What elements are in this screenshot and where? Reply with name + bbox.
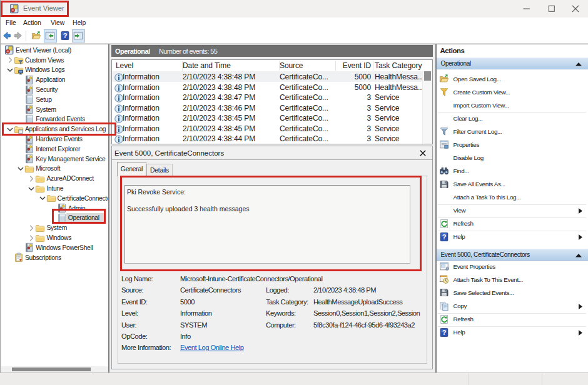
tree-item-label: Internet Explorer bbox=[34, 146, 80, 152]
chevron-down-icon[interactable] bbox=[5, 124, 14, 134]
tree-item-setup[interactable]: Setup bbox=[34, 94, 108, 104]
column-separator[interactable] bbox=[182, 61, 183, 71]
column-header-task-category[interactable]: Task Category bbox=[375, 61, 422, 70]
tab-details[interactable]: Details bbox=[146, 164, 173, 176]
maximize-button[interactable] bbox=[539, 0, 564, 18]
chevron-down-icon[interactable] bbox=[38, 193, 46, 203]
tree-horizontal-scrollbar[interactable] bbox=[1, 366, 108, 372]
action-copy[interactable]: Copy bbox=[437, 300, 588, 313]
minimize-button[interactable] bbox=[514, 0, 539, 18]
tree-item-security[interactable]: Security bbox=[34, 85, 108, 95]
action-filter-current-log[interactable]: Filter Current Log... bbox=[437, 125, 588, 138]
help-icon[interactable]: ? bbox=[60, 31, 71, 41]
column-separator[interactable] bbox=[279, 61, 280, 71]
event-row[interactable]: Information2/10/2023 4:38:44 PMCertifica… bbox=[112, 134, 423, 144]
tree-item-intune[interactable]: Intune bbox=[44, 184, 108, 194]
open-saved-log-icon[interactable] bbox=[31, 31, 42, 41]
column-header-level[interactable]: Level bbox=[116, 61, 133, 70]
chevron-right-icon[interactable] bbox=[26, 233, 35, 243]
list-scrollbar-thumb[interactable] bbox=[424, 71, 431, 81]
action-refresh[interactable]: Refresh bbox=[437, 313, 588, 326]
chevron-down-icon[interactable] bbox=[5, 65, 14, 75]
tree-item-subscriptions[interactable]: Subscriptions bbox=[23, 252, 108, 262]
tree-item-operational[interactable]: Operational bbox=[66, 213, 108, 223]
tree-scrollbar-thumb[interactable] bbox=[12, 368, 91, 372]
action-help[interactable]: ?Help bbox=[437, 231, 588, 244]
action-save-all-events-as[interactable]: Save All Events As... bbox=[437, 178, 588, 191]
information-icon bbox=[114, 72, 122, 81]
tree-item-internet-explorer[interactable]: Internet Explorer bbox=[34, 144, 108, 154]
tree-item-system[interactable]: System bbox=[34, 104, 108, 114]
chevron-down-icon[interactable] bbox=[16, 164, 24, 174]
action-clear-log[interactable]: Clear Log... bbox=[437, 112, 588, 125]
event-description-box[interactable]: Pki Revoke Service: Successfully uploade… bbox=[124, 185, 410, 264]
action-open-saved-log[interactable]: Open Saved Log... bbox=[437, 72, 588, 86]
action-create-custom-view[interactable]: Create Custom View... bbox=[437, 86, 588, 99]
folder-icon bbox=[35, 174, 44, 184]
tree-item-windows[interactable]: Windows bbox=[44, 233, 108, 243]
event-row[interactable]: Information2/10/2023 4:38:46 PMCertifica… bbox=[112, 102, 423, 113]
tree-item-windows-powershell[interactable]: Windows PowerShell bbox=[34, 242, 108, 252]
cell-source: CertificateCo... bbox=[280, 134, 328, 143]
tree-item-certificateconnectors[interactable]: CertificateConnectors bbox=[56, 193, 108, 203]
action-import-custom-view[interactable]: Import Custom View... bbox=[437, 99, 588, 112]
action-help[interactable]: ?Help bbox=[437, 326, 588, 339]
tree-item-application[interactable]: Application bbox=[34, 75, 108, 85]
tree-item-windows-logs[interactable]: Windows Logs bbox=[23, 65, 108, 75]
column-separator[interactable] bbox=[373, 61, 373, 71]
tree-item-forwarded-events[interactable]: Forwarded Events bbox=[34, 114, 108, 124]
tree-item-event-viewer-local-[interactable]: Event Viewer (Local) bbox=[14, 45, 108, 55]
action-refresh[interactable]: Refresh bbox=[437, 218, 588, 231]
event-row[interactable]: Information2/10/2023 4:38:45 PMCertifica… bbox=[112, 113, 423, 124]
close-button[interactable] bbox=[563, 0, 588, 18]
action-event-properties[interactable]: Event Properties bbox=[437, 260, 588, 273]
toggle-action-pane-icon[interactable] bbox=[72, 29, 85, 42]
field-value-computer-: 5f8c30fa-f124-46cf-95d6-4f93243a2 bbox=[313, 321, 415, 329]
toggle-console-tree-icon[interactable] bbox=[44, 29, 57, 42]
tree-item-microsoft[interactable]: Microsoft bbox=[34, 164, 108, 174]
tree-item-system[interactable]: System bbox=[44, 223, 108, 233]
toolbar: ? bbox=[1, 29, 588, 44]
menu-action[interactable]: Action bbox=[23, 19, 41, 26]
column-header-source[interactable]: Source bbox=[280, 61, 303, 70]
menu-view[interactable]: View bbox=[51, 19, 64, 26]
chevron-right-icon[interactable] bbox=[26, 174, 35, 184]
column-header-date-and-time[interactable]: Date and Time bbox=[183, 61, 231, 70]
back-icon[interactable] bbox=[2, 31, 13, 41]
tree-item-azureadconnect[interactable]: AzureADConnect bbox=[44, 174, 108, 184]
chevron-down-icon[interactable] bbox=[26, 184, 35, 194]
collapse-section-icon[interactable] bbox=[575, 62, 582, 66]
list-vertical-scrollbar[interactable] bbox=[422, 71, 432, 144]
action-save-selected-events[interactable]: Save Selected Events... bbox=[437, 286, 588, 299]
tree-item-key-management-service[interactable]: Key Management Service bbox=[34, 154, 108, 164]
event-row[interactable]: Information2/10/2023 4:38:47 PMCertifica… bbox=[112, 92, 423, 103]
actions-section-header[interactable]: Event 5000, CertificateConnectors bbox=[437, 249, 588, 261]
detail-close-icon[interactable] bbox=[418, 148, 428, 158]
tree-item-custom-views[interactable]: Custom Views bbox=[23, 55, 108, 65]
actions-section-header[interactable]: Operational bbox=[437, 58, 588, 69]
action-find[interactable]: Find... bbox=[437, 165, 588, 178]
chevron-right-icon[interactable] bbox=[5, 55, 14, 65]
tree-item-admin[interactable]: Admin bbox=[66, 203, 108, 213]
tree-item-applications-and-services-log[interactable]: Applications and Services Log bbox=[23, 124, 108, 134]
event-row[interactable]: Information2/10/2023 4:38:48 PMCertifica… bbox=[112, 82, 423, 92]
action-properties[interactable]: Properties bbox=[437, 138, 588, 151]
event-log-online-help-link[interactable]: Event Log Online Help bbox=[180, 344, 243, 351]
chevron-right-icon[interactable] bbox=[26, 223, 35, 233]
tree-item-label: Security bbox=[34, 86, 58, 93]
event-row[interactable]: Information2/10/2023 4:38:45 PMCertifica… bbox=[112, 123, 423, 134]
collapse-section-icon[interactable] bbox=[575, 254, 582, 258]
event-row[interactable]: Information2/10/2023 4:38:48 PMCertifica… bbox=[112, 72, 423, 82]
forward-icon[interactable] bbox=[13, 31, 24, 41]
tree-item-hardware-events[interactable]: Hardware Events bbox=[34, 134, 108, 144]
column-separator[interactable] bbox=[335, 61, 336, 71]
column-header-event-id[interactable]: Event ID bbox=[343, 61, 371, 70]
tab-general[interactable]: General bbox=[117, 162, 146, 176]
action-view[interactable]: View bbox=[437, 204, 588, 218]
action-attach-task-to-this-event[interactable]: Attach Task To This Event... bbox=[437, 273, 588, 286]
tree-pane-divider[interactable] bbox=[108, 44, 109, 372]
action-attach-a-task-to-this-log[interactable]: Attach a Task To this Log... bbox=[437, 191, 588, 204]
menu-help[interactable]: Help bbox=[73, 19, 86, 26]
action-disable-log[interactable]: Disable Log bbox=[437, 151, 588, 164]
menu-file[interactable]: File bbox=[6, 19, 16, 26]
